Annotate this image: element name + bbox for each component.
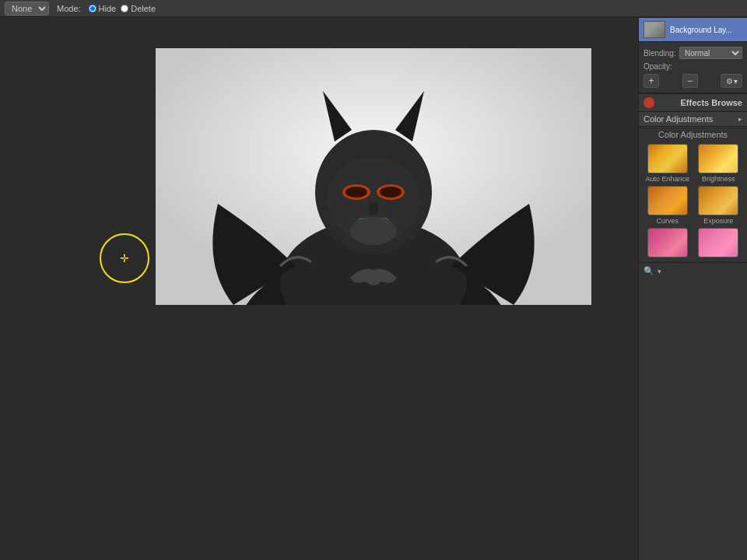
batman-svg xyxy=(156,48,591,305)
blend-controls: + − ⚙ ▾ xyxy=(644,74,742,88)
effects-category-label: Color Adjustments xyxy=(639,127,747,141)
effects-dropdown-arrow: ▸ xyxy=(738,115,742,123)
cursor-icon: ✛ xyxy=(120,252,129,264)
svg-point-15 xyxy=(350,217,397,245)
effect-item-curves[interactable]: Curves xyxy=(644,186,692,225)
blend-mode-select[interactable]: Normal xyxy=(679,47,742,59)
opacity-row: Opacity: xyxy=(644,62,742,71)
blending-label: Blending: xyxy=(644,49,676,58)
add-layer-button[interactable]: + xyxy=(644,74,659,88)
effect-thumb-pink2 xyxy=(698,228,738,257)
layer-thumbnail xyxy=(644,21,665,38)
effects-header: × Effects Browse xyxy=(639,93,747,112)
effect-item-pink2[interactable] xyxy=(695,228,743,259)
cursor-circle: ✛ xyxy=(100,233,149,283)
delete-radio-label[interactable]: Delete xyxy=(121,4,156,13)
effects-browser-title: Effects Browse xyxy=(681,98,742,107)
effect-label-curves: Curves xyxy=(656,217,679,225)
effect-thumb-curves xyxy=(647,186,688,215)
effects-section: × Effects Browse Color Adjustments ▸ Col… xyxy=(639,93,747,279)
effects-dropdown[interactable]: Color Adjustments ▸ xyxy=(639,112,747,127)
right-panel: × Layers Background Lay... Blending: Nor… xyxy=(638,0,747,560)
effects-close-button[interactable]: × xyxy=(644,97,654,108)
toolbar: None Mode: Hide Delete xyxy=(0,0,747,17)
delete-radio[interactable] xyxy=(121,5,128,12)
batman-image xyxy=(156,48,591,305)
effects-search-bar: 🔍 ▾ xyxy=(639,262,747,279)
mode-label: Mode: xyxy=(57,4,81,13)
gear-icon: ⚙ xyxy=(726,77,733,86)
layer-item-background[interactable]: Background Lay... xyxy=(639,18,747,41)
layer-name: Background Lay... xyxy=(670,26,732,34)
mode-select[interactable]: None xyxy=(5,2,49,16)
image-canvas[interactable] xyxy=(156,48,591,305)
effect-thumb-brightness xyxy=(698,144,738,173)
layer-thumb-inner xyxy=(644,22,665,37)
effect-item-exposure[interactable]: Exposure xyxy=(695,186,743,225)
hide-radio-group: Hide Delete xyxy=(89,4,156,13)
effect-label-exposure: Exposure xyxy=(703,217,733,225)
effect-item-auto-enhance[interactable]: Auto Enhance xyxy=(644,144,692,183)
blending-section: Blending: Normal Opacity: + − ⚙ ▾ xyxy=(639,42,747,93)
svg-point-11 xyxy=(345,187,367,198)
effect-item-brightness[interactable]: Brightness xyxy=(695,144,743,183)
hide-radio[interactable] xyxy=(89,5,96,12)
effect-thumb-auto-enhance xyxy=(647,144,688,173)
effect-label-brightness: Brightness xyxy=(702,175,735,183)
effects-grid: Auto Enhance Brightness Curves Exposure xyxy=(639,141,747,262)
effects-dropdown-label: Color Adjustments xyxy=(644,114,738,124)
svg-point-12 xyxy=(380,187,402,198)
effect-label-auto-enhance: Auto Enhance xyxy=(645,175,689,183)
layer-settings-button[interactable]: ⚙ ▾ xyxy=(721,74,742,88)
canvas-area: ✛ xyxy=(0,17,638,560)
effect-item-pink1[interactable] xyxy=(644,228,692,259)
svg-rect-13 xyxy=(369,202,378,215)
gear-arrow: ▾ xyxy=(734,77,738,86)
opacity-label: Opacity: xyxy=(644,62,676,71)
effect-thumb-exposure xyxy=(698,186,738,215)
search-dropdown-arrow[interactable]: ▾ xyxy=(658,268,661,275)
effect-thumb-pink1 xyxy=(647,228,688,257)
blending-row: Blending: Normal xyxy=(644,47,742,59)
hide-radio-label[interactable]: Hide xyxy=(89,4,117,13)
remove-layer-button[interactable]: − xyxy=(682,74,698,88)
search-icon[interactable]: 🔍 xyxy=(644,266,654,276)
